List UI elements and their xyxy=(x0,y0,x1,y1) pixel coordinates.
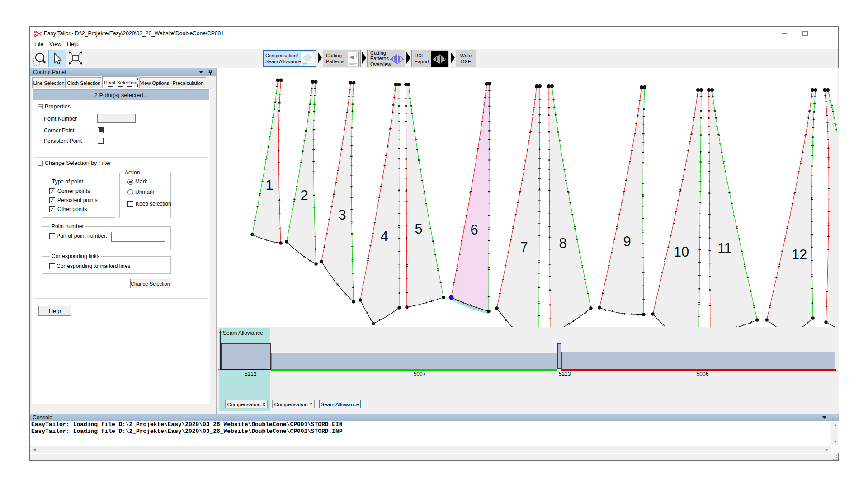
svg-text:5: 5 xyxy=(415,221,422,237)
svg-text:7: 7 xyxy=(520,239,528,255)
svg-text:10: 10 xyxy=(674,244,689,260)
svg-text:1: 1 xyxy=(265,177,273,193)
svg-text:8: 8 xyxy=(559,235,566,251)
svg-text:6: 6 xyxy=(470,222,478,238)
svg-text:4: 4 xyxy=(380,229,388,244)
svg-text:12: 12 xyxy=(792,247,807,263)
svg-text:11: 11 xyxy=(717,240,732,256)
svg-text:9: 9 xyxy=(623,234,631,249)
svg-text:3: 3 xyxy=(338,207,346,223)
svg-text:2: 2 xyxy=(300,188,308,203)
